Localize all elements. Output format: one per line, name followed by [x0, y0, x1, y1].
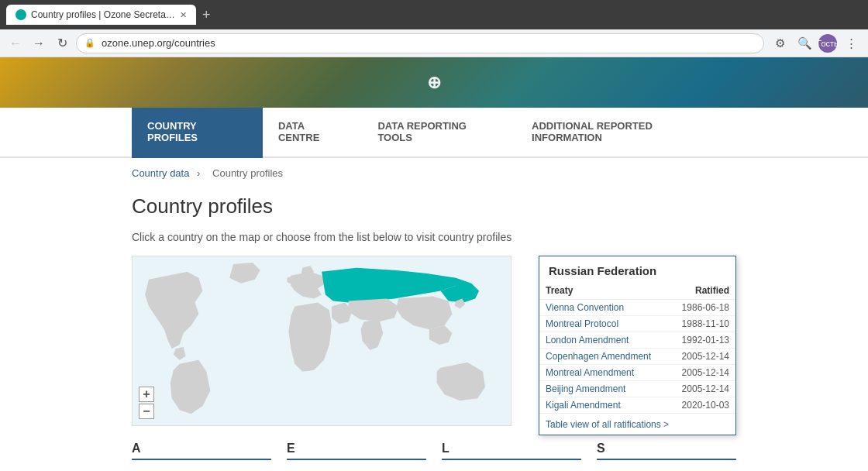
address-bar[interactable]: 🔒 ozone.unep.org/countries: [76, 33, 764, 53]
site-logo: ⊕: [427, 73, 441, 93]
treaty-row: Beijing Amendment 2005-12-14: [539, 381, 735, 397]
extensions-button[interactable]: ⚙: [769, 33, 790, 54]
address-text: ozone.unep.org/countries: [102, 37, 215, 49]
section-letter: L: [442, 442, 581, 460]
popup-footer: Table view of all ratifications >: [539, 414, 735, 435]
country-link[interactable]: Saint Kitts and Nevis: [597, 466, 736, 471]
browser-tab[interactable]: Country profiles | Ozone Secreta… ✕: [6, 5, 196, 25]
treaty-row: Montreal Protocol 1988-11-10: [539, 316, 735, 332]
country-section: SSaint Kitts and NevisSaint LuciaSaint V…: [597, 442, 736, 471]
main-navigation: COUNTRY PROFILES DATA CENTRE DATA REPORT…: [0, 108, 868, 158]
treaty-name[interactable]: Vienna Convention: [539, 300, 670, 316]
treaty-date: 2005-12-14: [670, 365, 735, 381]
world-map-svg[interactable]: [133, 256, 511, 425]
ratified-column-header: Ratified: [670, 282, 735, 300]
breadcrumb-separator: ›: [197, 167, 200, 179]
nav-country-profiles[interactable]: COUNTRY PROFILES: [132, 108, 263, 158]
treaty-date: 1988-11-10: [670, 316, 735, 332]
popup-title: Russian Federation: [539, 256, 735, 282]
breadcrumb-current: Country profiles: [212, 167, 283, 179]
country-link[interactable]: Lao People's Democratic Republic: [442, 466, 581, 471]
search-button[interactable]: 🔍: [794, 33, 815, 54]
forward-button[interactable]: →: [29, 34, 48, 53]
avatar[interactable]: Гость: [818, 34, 837, 53]
toolbar-icons: ⚙ 🔍 Гость ⋮: [769, 33, 862, 54]
treaty-row: Kigali Amendment 2020-10-03: [539, 397, 735, 414]
treaty-date: 1986-06-18: [670, 300, 735, 316]
country-section: LLao People's Democratic RepublicLatviaL…: [442, 442, 581, 471]
hero-banner: ⊕: [0, 57, 868, 108]
breadcrumb: Country data › Country profiles: [132, 158, 736, 188]
treaty-name[interactable]: Beijing Amendment: [539, 381, 670, 397]
new-tab-button[interactable]: +: [202, 7, 211, 23]
country-link[interactable]: Ecuador: [287, 466, 426, 471]
treaty-row: Copenhagen Amendment 2005-12-14: [539, 349, 735, 365]
tab-favicon: [16, 9, 26, 20]
reload-button[interactable]: ↻: [53, 34, 71, 53]
country-section: AAfghanistanAlbaniaAlgeriaAndorraAngola: [132, 442, 271, 471]
treaty-date: 2020-10-03: [670, 397, 735, 414]
treaty-date: 2005-12-14: [670, 381, 735, 397]
treaty-name[interactable]: Kigali Amendment: [539, 397, 670, 414]
treaty-name[interactable]: Copenhagen Amendment: [539, 349, 670, 365]
section-letter: S: [597, 442, 736, 460]
instruction-text: Click a country on the map or choose fro…: [132, 231, 736, 243]
treaties-table: Treaty Ratified Vienna Convention 1986-0…: [539, 282, 735, 414]
page-title: Country profiles: [132, 194, 736, 218]
map-zoom-out-button[interactable]: −: [139, 404, 154, 419]
lock-icon: 🔒: [84, 38, 95, 48]
section-letter: A: [132, 442, 271, 460]
all-ratifications-link[interactable]: Table view of all ratifications >: [546, 419, 669, 430]
treaty-row: London Amendment 1992-01-13: [539, 332, 735, 349]
treaty-name[interactable]: Montreal Amendment: [539, 365, 670, 381]
country-popup: Russian Federation Treaty Ratified Vienn…: [539, 256, 736, 435]
section-letter: E: [287, 442, 426, 460]
nav-additional-reported-information[interactable]: ADDITIONAL REPORTED INFORMATION: [516, 108, 736, 158]
page-content: Country data › Country profiles Country …: [0, 158, 868, 471]
map-controls: + −: [139, 387, 154, 419]
tab-title: Country profiles | Ozone Secreta…: [31, 9, 175, 20]
svg-point-0: [18, 12, 24, 18]
treaty-name[interactable]: Montreal Protocol: [539, 316, 670, 332]
treaty-date: 1992-01-13: [670, 332, 735, 349]
country-link[interactable]: Afghanistan: [132, 466, 271, 471]
nav-data-reporting-tools[interactable]: DATA REPORTING TOOLS: [362, 108, 516, 158]
country-list: AAfghanistanAlbaniaAlgeriaAndorraAngolaE…: [132, 442, 736, 471]
treaty-name[interactable]: London Amendment: [539, 332, 670, 349]
menu-button[interactable]: ⋮: [840, 33, 862, 54]
map-container[interactable]: + −: [132, 256, 512, 426]
country-section: EEcuadorEgyptEl SalvadorEquatorial Guine…: [287, 442, 426, 471]
treaty-date: 2005-12-14: [670, 349, 735, 365]
treaty-row: Vienna Convention 1986-06-18: [539, 300, 735, 316]
browser-chrome: Country profiles | Ozone Secreta… ✕ +: [0, 0, 868, 29]
breadcrumb-country-data[interactable]: Country data: [132, 167, 189, 179]
browser-toolbar: ← → ↻ 🔒 ozone.unep.org/countries ⚙ 🔍 Гос…: [0, 29, 868, 57]
nav-data-centre[interactable]: DATA CENTRE: [263, 108, 363, 158]
tab-close-button[interactable]: ✕: [180, 10, 187, 20]
map-zoom-in-button[interactable]: +: [139, 387, 154, 402]
treaty-column-header: Treaty: [539, 282, 670, 300]
treaty-row: Montreal Amendment 2005-12-14: [539, 365, 735, 381]
back-button[interactable]: ←: [6, 34, 25, 53]
